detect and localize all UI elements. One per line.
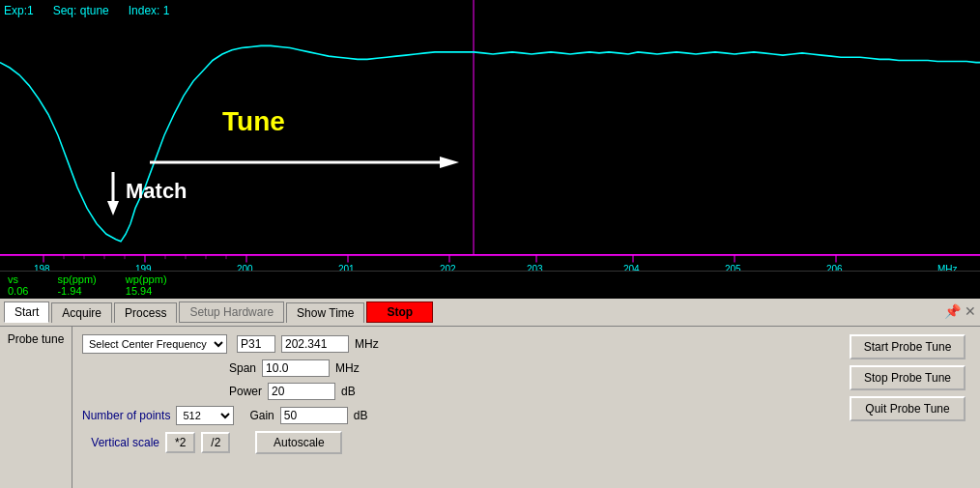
gain-unit: dB	[354, 409, 381, 422]
vs-group: vs 0.06	[8, 273, 28, 297]
svg-text:203: 203	[527, 264, 543, 271]
wp-value: 15.94	[126, 285, 167, 297]
svg-text:MHz: MHz	[937, 264, 958, 271]
gain-input[interactable]	[280, 407, 348, 424]
span-input[interactable]	[262, 359, 330, 377]
seq-label: Seq: qtune	[53, 4, 109, 17]
power-row: Power dB	[82, 383, 825, 400]
svg-text:201: 201	[338, 264, 355, 271]
frequency-input[interactable]	[281, 335, 349, 353]
power-label: Power	[229, 385, 262, 398]
sp-group: sp(ppm) -1.94	[57, 273, 96, 297]
power-unit: dB	[341, 385, 368, 398]
close-icon[interactable]: ✕	[965, 303, 976, 319]
sp-value: -1.94	[57, 285, 96, 297]
span-row: Span MHz	[82, 359, 825, 377]
sp-label: sp(ppm)	[57, 273, 96, 285]
num-points-select[interactable]: 512 256 1024	[176, 406, 234, 425]
match-label: Match	[126, 179, 187, 204]
probe-tune-panel-label: Probe tune	[0, 327, 72, 488]
svg-marker-33	[107, 201, 119, 215]
vertical-scale-row: Vertical scale *2 /2 Autoscale	[82, 431, 825, 454]
svg-text:200: 200	[237, 264, 253, 271]
svg-marker-31	[440, 157, 459, 168]
svg-text:206: 206	[826, 264, 843, 271]
svg-text:205: 205	[725, 264, 741, 271]
vertical-scale-label: Vertical scale	[82, 436, 159, 449]
tab-process[interactable]: Process	[114, 302, 177, 323]
span-unit: MHz	[335, 361, 362, 375]
main-panel: Probe tune Select Center Frequency MHz S…	[0, 327, 980, 488]
nucleus-input[interactable]	[237, 335, 275, 353]
tab-acquire[interactable]: Acquire	[51, 302, 112, 323]
exp-label: Exp:1	[4, 4, 34, 17]
svg-text:202: 202	[440, 264, 456, 271]
svg-text:204: 204	[623, 264, 640, 271]
vs-label: vs	[8, 273, 28, 285]
power-input[interactable]	[268, 383, 335, 400]
center-freq-select[interactable]: Select Center Frequency	[82, 334, 227, 354]
tune-label: Tune	[222, 106, 285, 137]
tab-setup-hardware: Setup Hardware	[179, 301, 284, 323]
quit-probe-tune-button[interactable]: Quit Probe Tune	[850, 396, 966, 421]
match-arrow	[103, 172, 123, 215]
wp-label: wp(ppm)	[126, 273, 167, 285]
svg-rect-0	[0, 0, 980, 271]
span-label: Span	[229, 361, 256, 375]
waveform-svg: 198 199 200 201 202 203 204 205 206 MHz	[0, 0, 980, 271]
svg-text:198: 198	[34, 264, 50, 271]
stats-bar: vs 0.06 sp(ppm) -1.94 wp(ppm) 15.94	[0, 271, 980, 299]
index-label: Index: 1	[129, 4, 170, 17]
controls-area: Select Center Frequency MHz Span MHz Pow…	[72, 327, 835, 488]
vs-value: 0.06	[8, 285, 28, 297]
tab-show-time[interactable]: Show Time	[286, 302, 364, 323]
freq-unit: MHz	[355, 337, 382, 351]
plot-header: Exp:1 Seq: qtune Index: 1	[4, 4, 169, 17]
wp-group: wp(ppm) 15.94	[126, 273, 167, 297]
start-probe-tune-button[interactable]: Start Probe Tune	[850, 334, 966, 359]
toolbar: Start Acquire Process Setup Hardware Sho…	[0, 299, 980, 327]
scale-down-button[interactable]: /2	[201, 432, 230, 453]
plot-area: Exp:1 Seq: qtune Index: 1 198 199 200 20…	[0, 0, 980, 271]
stop-probe-tune-button[interactable]: Stop Probe Tune	[850, 365, 966, 390]
gain-label: Gain	[249, 409, 274, 422]
autoscale-button[interactable]: Autoscale	[255, 431, 342, 454]
num-points-gain-row: Number of points 512 256 1024 Gain dB	[82, 406, 825, 425]
scale-up-button[interactable]: *2	[165, 432, 195, 453]
num-points-label: Number of points	[82, 409, 170, 422]
svg-text:199: 199	[135, 264, 152, 271]
tab-start[interactable]: Start	[4, 301, 49, 323]
tune-arrow	[150, 153, 459, 172]
stop-button[interactable]: Stop	[366, 301, 433, 323]
pin-icon: 📌	[944, 303, 961, 319]
center-freq-row: Select Center Frequency MHz	[82, 334, 825, 354]
action-buttons: Start Probe Tune Stop Probe Tune Quit Pr…	[835, 327, 980, 488]
